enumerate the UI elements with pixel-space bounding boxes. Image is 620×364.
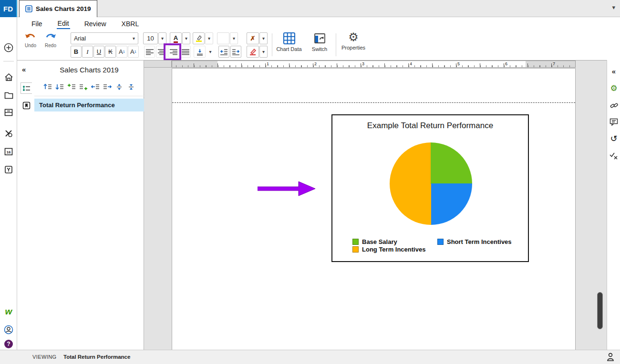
baseline-shift-chevron[interactable]: ▾ (207, 46, 214, 58)
clear-formatting-button[interactable]: ✗ (247, 32, 259, 44)
legend-label: Base Salary (362, 238, 397, 245)
underline-button[interactable]: U (93, 46, 104, 58)
menu-xbrl[interactable]: XBRL (121, 19, 140, 29)
archive-nav-button[interactable] (4, 108, 13, 117)
gear-icon: ⚙ (348, 31, 359, 43)
font-family-select[interactable]: Arial ▾ (71, 32, 138, 44)
outline-tab[interactable] (21, 82, 32, 94)
highlight-color-chevron[interactable]: ▾ (205, 32, 213, 44)
account-button[interactable] (4, 325, 13, 334)
superscript-button[interactable]: A1 (116, 46, 127, 58)
legend-swatch-short-term-incentives (437, 239, 444, 245)
status-bar: VIEWING Total Return Performance (0, 350, 620, 364)
current-section-label: Total Return Performance (63, 350, 130, 364)
presence-user-button[interactable] (607, 353, 614, 363)
align-left-button[interactable] (144, 46, 155, 58)
settings-panel-button[interactable]: ⚙ (609, 83, 619, 93)
panel-collapse-button[interactable]: « (22, 65, 26, 73)
help-button[interactable]: ? (4, 339, 13, 349)
labels-nav-button[interactable] (4, 165, 13, 174)
move-down-icon[interactable] (55, 83, 64, 91)
header-boundary-line (172, 102, 575, 103)
ruler-number: 4 (410, 61, 412, 66)
legend-item-long-term-incentives: Long Term Incentives (352, 246, 425, 253)
undo-button[interactable]: Undo (25, 33, 36, 48)
move-up-icon[interactable] (43, 83, 52, 91)
chart-data-label: Chart Data (276, 46, 301, 52)
pie-chart[interactable] (390, 142, 472, 225)
links-panel-button[interactable] (609, 101, 619, 110)
increase-indent-button[interactable] (230, 46, 241, 58)
baseline-shift-button[interactable] (194, 46, 206, 58)
bold-button[interactable]: B (71, 46, 82, 58)
horizontal-ruler[interactable]: 1 2 3 4 5 6 7 (172, 61, 576, 68)
font-color-chevron[interactable]: ▾ (182, 32, 190, 44)
track-changes-panel-button[interactable] (609, 151, 619, 161)
chevron-down-icon: ▾ (185, 36, 187, 41)
style-select-chevron[interactable]: ▾ (230, 32, 238, 44)
chevron-down-icon: ▾ (233, 36, 235, 41)
vertical-scrollbar-thumb[interactable] (597, 292, 603, 329)
expand-all-icon[interactable] (115, 83, 124, 91)
font-size-chevron[interactable]: ▾ (158, 32, 166, 44)
align-center-button[interactable] (156, 46, 167, 58)
ruler-corner (144, 61, 172, 68)
redo-button[interactable]: Redo (45, 33, 56, 48)
document-page[interactable]: Example Total Return Performance Base Sa… (172, 68, 576, 350)
insert-below-icon[interactable] (79, 83, 88, 91)
legend-label: Long Term Incentives (362, 246, 425, 253)
comments-panel-button[interactable] (609, 117, 619, 127)
menu-bar: File Edit Review XBRL (17, 17, 620, 30)
home-icon (4, 73, 13, 81)
menu-file[interactable]: File (31, 19, 43, 29)
global-nav-rail: 16 w ? (0, 17, 17, 350)
menu-edit[interactable]: Edit (57, 19, 70, 29)
clear-formatting-chevron[interactable]: ▾ (259, 32, 268, 44)
insert-above-icon[interactable] (67, 83, 76, 91)
align-justify-button[interactable] (180, 46, 191, 58)
history-panel-button[interactable]: ↺ (609, 134, 619, 143)
user-circle-icon (4, 325, 13, 334)
pie-chart-object[interactable]: Example Total Return Performance Base Sa… (331, 114, 529, 262)
toolbar-separator (336, 33, 336, 56)
expand-panel-button[interactable]: « (609, 66, 619, 76)
font-color-button[interactable]: A (170, 32, 182, 44)
indent-item-icon[interactable] (103, 83, 112, 91)
home-nav-button[interactable] (4, 72, 13, 82)
chart-data-button[interactable]: Chart Data (276, 32, 302, 52)
switch-button[interactable]: Switch (308, 32, 331, 52)
tab-overflow-chevron-icon[interactable]: ▾ (612, 4, 615, 11)
font-size-value[interactable]: 10 (143, 32, 158, 44)
toolbar-separator (272, 33, 272, 56)
italic-button[interactable]: I (82, 46, 93, 58)
ruler-number: 2 (314, 61, 317, 66)
collapse-all-icon[interactable] (127, 83, 135, 91)
document-tab[interactable]: Sales Charts 2019 (19, 0, 97, 17)
app-logo[interactable]: FD (0, 0, 17, 17)
format-painter-chevron[interactable]: ▾ (259, 46, 268, 58)
style-select[interactable] (217, 32, 229, 44)
link-icon (610, 101, 618, 110)
annotation-arrow[interactable] (258, 181, 316, 196)
bookmarks-tab[interactable] (21, 100, 32, 111)
decrease-indent-button[interactable] (218, 46, 229, 58)
create-new-button[interactable] (4, 43, 13, 52)
calendar-nav-button[interactable]: 16 (4, 147, 13, 156)
chevron-down-icon: ▾ (208, 36, 210, 41)
outdent-item-icon[interactable] (91, 83, 100, 91)
files-nav-button[interactable] (4, 91, 13, 100)
outline-panel: « Sales Charts 2019 (17, 60, 144, 350)
align-right-button[interactable] (168, 46, 179, 58)
chevron-down-icon: ▾ (262, 36, 265, 41)
undo-label: Undo (25, 43, 36, 48)
cut-tools-nav-button[interactable] (4, 129, 13, 138)
format-painter-button[interactable] (247, 46, 259, 58)
menu-review[interactable]: Review (83, 19, 107, 29)
properties-label: Properties (341, 45, 365, 51)
highlight-color-button[interactable] (193, 32, 205, 44)
properties-button[interactable]: ⚙ Properties (340, 31, 367, 51)
subscript-button[interactable]: A1 (128, 46, 139, 58)
strikethrough-button[interactable]: K (105, 46, 116, 58)
svg-text:16: 16 (7, 150, 11, 154)
outline-item-total-return-performance[interactable]: Total Return Performance (34, 99, 144, 111)
